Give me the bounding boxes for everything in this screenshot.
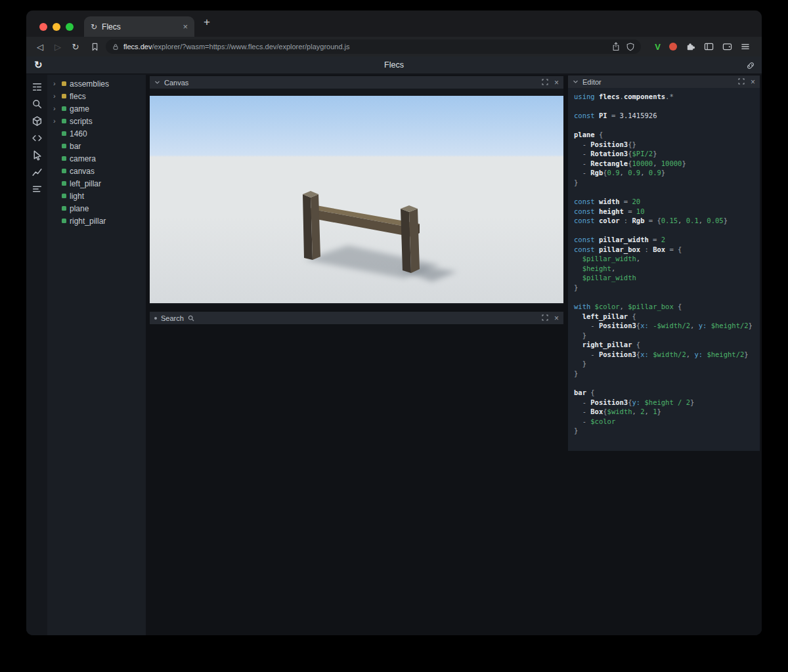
code-line: $pillar_width — [574, 273, 758, 283]
extensions-puzzle-icon[interactable] — [686, 42, 695, 52]
code-line: with $color, $pillar_box { — [574, 302, 758, 312]
code-line — [574, 102, 758, 112]
canvas-scene[interactable] — [150, 96, 563, 303]
search-panel-title[interactable]: Search — [161, 314, 184, 322]
close-icon[interactable]: × — [554, 79, 559, 87]
browser-window: ↻ Flecs × + ◁ ▷ ↻ flecs.dev/explorer/?wa… — [26, 10, 762, 635]
chevron-right-icon[interactable]: › — [53, 93, 58, 100]
chevron-right-icon[interactable]: › — [53, 117, 58, 125]
expand-icon[interactable] — [542, 314, 548, 322]
code-line: const width = 20 — [574, 197, 758, 207]
code-line: const pillar_width = 2 — [574, 235, 758, 245]
wallet-icon[interactable] — [722, 42, 732, 51]
editor-panel-header[interactable]: Editor × — [568, 75, 760, 88]
tree-item-assemblies[interactable]: ›assemblies — [47, 77, 146, 90]
browser-tab[interactable]: ↻ Flecs × — [84, 16, 194, 37]
traffic-close-button[interactable] — [39, 23, 47, 31]
code-line: const pillar_box : Box = { — [574, 245, 758, 255]
code-line: } — [574, 331, 758, 341]
expand-icon[interactable] — [542, 79, 548, 87]
extension-red-icon[interactable] — [669, 43, 677, 51]
traffic-zoom-button[interactable] — [66, 23, 74, 31]
tree-item-label: flecs — [70, 92, 86, 101]
entity-color-dot — [62, 94, 66, 98]
chevron-right-icon[interactable]: › — [53, 105, 58, 112]
tree-item-right_pillar[interactable]: right_pillar — [47, 215, 146, 227]
link-icon[interactable] — [746, 61, 755, 70]
tree-item-label: left_pillar — [70, 179, 101, 188]
tree-item-flecs[interactable]: ›flecs — [47, 90, 146, 102]
code-line: - Position3{x: -$width/2, y: $height/2} — [574, 321, 758, 331]
cursor-icon[interactable] — [32, 150, 43, 161]
code-line: - Rectangle{10000, 10000} — [574, 159, 758, 169]
entity-color-dot — [62, 181, 66, 186]
code-line: } — [574, 369, 758, 379]
tree-item-label: game — [70, 104, 89, 114]
forward-button[interactable]: ▷ — [51, 42, 65, 52]
tab-strip: ↻ Flecs × + — [26, 10, 762, 37]
tab-close-icon[interactable]: × — [183, 22, 188, 32]
canvas-panel-header[interactable]: Canvas × — [150, 76, 563, 89]
menu-icon[interactable] — [741, 43, 750, 51]
reload-button[interactable]: ↻ — [68, 42, 83, 52]
entity-color-dot — [62, 206, 66, 211]
chevron-down-icon[interactable] — [154, 79, 160, 85]
tree-item-canvas[interactable]: canvas — [47, 165, 146, 177]
shield-icon[interactable] — [626, 43, 634, 51]
expand-icon[interactable] — [738, 78, 745, 86]
new-tab-button[interactable]: + — [204, 16, 210, 29]
code-line — [574, 187, 758, 197]
chart-icon[interactable] — [32, 167, 43, 178]
back-button[interactable]: ◁ — [33, 42, 47, 52]
entity-color-dot — [62, 106, 66, 111]
code-line: - Position3{y: $height / 2} — [574, 398, 758, 408]
code-line: bar { — [574, 388, 758, 398]
tree-item-light[interactable]: light — [47, 190, 146, 202]
entity-color-dot — [62, 194, 66, 198]
app-body: ›assemblies›flecs›game›scripts1460barcam… — [26, 75, 762, 635]
code-line: $height, — [574, 264, 758, 274]
code-line: } — [574, 283, 758, 293]
tree-item-bar[interactable]: bar — [47, 140, 146, 152]
tree-item-label: camera — [70, 154, 96, 163]
flecs-explorer-app: ↻ Flecs — [26, 56, 762, 635]
close-icon[interactable]: × — [751, 78, 755, 86]
tree-item-camera[interactable]: camera — [47, 152, 146, 165]
chevron-down-icon[interactable] — [573, 79, 579, 85]
search-panel: Search × — [150, 312, 563, 324]
bookmark-icon[interactable] — [86, 43, 102, 51]
code-line: - Rotation3{$PI/2} — [574, 149, 758, 159]
code-line — [574, 292, 758, 302]
tree-item-label: assemblies — [70, 79, 109, 89]
code-editor[interactable]: using flecs.components.* const PI = 3.14… — [568, 88, 760, 451]
magnifier-icon — [188, 315, 194, 322]
editor-panel: Editor × using flecs.components.* const … — [568, 75, 760, 451]
tree-item-left_pillar[interactable]: left_pillar — [47, 177, 146, 190]
search-panel-header[interactable]: Search × — [150, 312, 563, 324]
tree-item-game[interactable]: ›game — [47, 102, 146, 115]
code-line: - Position3{x: $width/2, y: $height/2} — [574, 350, 758, 360]
rows-icon[interactable] — [32, 184, 43, 195]
panel-collapsed-icon[interactable] — [154, 317, 157, 320]
close-icon[interactable]: × — [554, 314, 559, 322]
code-line: - Position3{} — [574, 140, 758, 150]
extension-v-icon[interactable]: V — [655, 42, 661, 52]
code-icon[interactable] — [32, 133, 43, 144]
entity-color-dot — [62, 81, 66, 86]
url-path: /explorer/?wasm=https://www.flecs.dev/ex… — [152, 43, 349, 51]
tab-title: Flecs — [102, 22, 121, 32]
entity-color-dot — [62, 119, 66, 123]
chevron-right-icon[interactable]: › — [53, 80, 58, 87]
tree-item-scripts[interactable]: ›scripts — [47, 115, 146, 127]
tree-item-plane[interactable]: plane — [47, 202, 146, 215]
tree-item-1460[interactable]: 1460 — [47, 127, 146, 140]
sidebar-toggle-icon[interactable] — [704, 42, 714, 51]
address-bar[interactable]: flecs.dev/explorer/?wasm=https://www.fle… — [106, 39, 641, 54]
traffic-minimize-button[interactable] — [53, 23, 60, 31]
search-icon[interactable] — [32, 98, 43, 110]
code-line — [574, 378, 758, 388]
cube-icon[interactable] — [32, 116, 43, 127]
share-icon[interactable] — [612, 42, 620, 51]
tree-view-icon[interactable] — [32, 81, 43, 93]
main-area: Canvas × — [146, 75, 762, 635]
